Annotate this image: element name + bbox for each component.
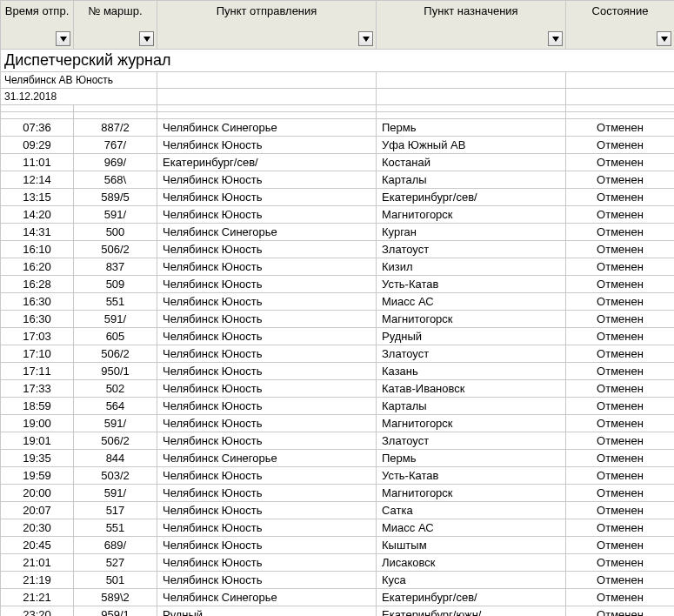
- filter-time-button[interactable]: [56, 31, 70, 46]
- table-row: 20:45689/Челябинск ЮностьКыштымОтменен: [1, 537, 675, 554]
- table-row: 16:10506/2Челябинск ЮностьЗлатоустОтмене…: [1, 241, 675, 258]
- table-row: 21:21589\2Челябинск СинегорьеЕкатеринбур…: [1, 589, 675, 606]
- table-row: 13:15589/5Челябинск ЮностьЕкатеринбург/с…: [1, 189, 675, 206]
- cell-destination: Карталы: [377, 171, 566, 189]
- cell-destination: Кизил: [377, 258, 566, 276]
- cell-route: 506/2: [74, 241, 157, 258]
- col-header-time[interactable]: Время отпр.: [1, 1, 74, 50]
- table-row: 14:20591/Челябинск ЮностьМагнитогорскОтм…: [1, 206, 675, 224]
- cell-status: Отменен: [566, 398, 675, 415]
- cell-destination: Златоуст: [377, 345, 566, 363]
- cell-time: 17:33: [1, 380, 74, 398]
- cell-departure: Челябинск Юность: [157, 328, 377, 345]
- cell-departure: Челябинск Юность: [157, 345, 377, 363]
- cell-destination: Катав-Ивановск: [377, 380, 566, 398]
- cell-departure: Челябинск Юность: [157, 398, 377, 415]
- dispatch-log-table: Диспетчерский журнал Челябинск АВ Юность…: [0, 0, 674, 616]
- table-row: 21:01527Челябинск ЮностьЛисаковскОтменен: [1, 554, 675, 572]
- cell-status: Отменен: [566, 258, 675, 276]
- cell-time: 17:03: [1, 328, 74, 345]
- filter-route-button[interactable]: [139, 31, 154, 46]
- col-header-destination[interactable]: Пункт назначения: [377, 1, 566, 50]
- table-row: 19:59503/2Челябинск ЮностьУсть-КатавОтме…: [1, 467, 675, 485]
- cell-route: 501: [74, 572, 157, 589]
- table-row: 20:07517Челябинск ЮностьСаткаОтменен: [1, 502, 675, 519]
- cell-status: Отменен: [566, 311, 675, 328]
- cell-time: 20:30: [1, 519, 74, 537]
- cell-departure: Челябинск Синегорье: [157, 450, 377, 467]
- cell-route: 591/: [74, 485, 157, 502]
- col-header-route[interactable]: № маршр.: [74, 1, 157, 50]
- cell-destination: Уфа Южный АВ: [377, 137, 566, 154]
- cell-route: 500: [74, 224, 157, 241]
- table-row: 16:30551Челябинск ЮностьМиасс АСОтменен: [1, 293, 675, 311]
- cell-departure: Челябинск Юность: [157, 380, 377, 398]
- cell-status: Отменен: [566, 224, 675, 241]
- cell-time: 09:29: [1, 137, 74, 154]
- table-row: 17:03605Челябинск ЮностьРудныйОтменен: [1, 328, 675, 345]
- cell-departure: Челябинск Юность: [157, 276, 377, 293]
- cell-departure: Челябинск Синегорье: [157, 119, 377, 137]
- col-header-status[interactable]: Состояние: [566, 1, 675, 50]
- cell-destination: Магнитогорск: [377, 485, 566, 502]
- cell-destination: Усть-Катав: [377, 467, 566, 485]
- table-row: 14:31500Челябинск СинегорьеКурганОтменен: [1, 224, 675, 241]
- cell-destination: Карталы: [377, 398, 566, 415]
- cell-destination: Златоуст: [377, 432, 566, 450]
- cell-destination: Пермь: [377, 119, 566, 137]
- table-row: 07:36887/2Челябинск СинегорьеПермьОтмене…: [1, 119, 675, 137]
- col-header-status-label: Состояние: [592, 4, 649, 17]
- cell-departure: Челябинск Юность: [157, 311, 377, 328]
- filter-departure-button[interactable]: [358, 31, 373, 46]
- cell-route: 506/2: [74, 432, 157, 450]
- cell-status: Отменен: [566, 345, 675, 363]
- cell-destination: Екатеринбург/сев/: [377, 189, 566, 206]
- table-row: 16:30591/Челябинск ЮностьМагнитогорскОтм…: [1, 311, 675, 328]
- cell-route: 605: [74, 328, 157, 345]
- cell-route: 551: [74, 293, 157, 311]
- cell-status: Отменен: [566, 537, 675, 554]
- cell-status: Отменен: [566, 450, 675, 467]
- cell-destination: Екатеринбург/сев/: [377, 589, 566, 606]
- cell-destination: Рудный: [377, 328, 566, 345]
- filter-status-button[interactable]: [657, 31, 671, 46]
- cell-departure: Челябинск Юность: [157, 485, 377, 502]
- cell-status: Отменен: [566, 415, 675, 432]
- cell-status: Отменен: [566, 171, 675, 189]
- cell-time: 16:30: [1, 311, 74, 328]
- cell-route: 502: [74, 380, 157, 398]
- cell-destination: Магнитогорск: [377, 311, 566, 328]
- cell-departure: Челябинск Юность: [157, 537, 377, 554]
- cell-status: Отменен: [566, 137, 675, 154]
- cell-status: Отменен: [566, 241, 675, 258]
- cell-departure: Екатеринбург/сев/: [157, 154, 377, 171]
- table-row: 17:10506/2Челябинск ЮностьЗлатоустОтмене…: [1, 345, 675, 363]
- table-row: 23:20959/1РудныйЕкатеринбург/южн/Отменен: [1, 606, 675, 617]
- cell-departure: Челябинск Юность: [157, 572, 377, 589]
- cell-time: 16:10: [1, 241, 74, 258]
- col-header-route-label: № маршр.: [88, 4, 142, 17]
- filter-destination-button[interactable]: [548, 31, 563, 46]
- station-label: Челябинск АВ Юность: [1, 72, 157, 89]
- cell-time: 17:11: [1, 363, 74, 380]
- cell-status: Отменен: [566, 154, 675, 171]
- cell-route: 689/: [74, 537, 157, 554]
- cell-status: Отменен: [566, 189, 675, 206]
- cell-route: 551: [74, 519, 157, 537]
- cell-time: 19:00: [1, 415, 74, 432]
- cell-departure: Челябинск Юность: [157, 432, 377, 450]
- cell-departure: Челябинск Юность: [157, 206, 377, 224]
- cell-time: 19:59: [1, 467, 74, 485]
- cell-departure: Челябинск Юность: [157, 189, 377, 206]
- cell-status: Отменен: [566, 589, 675, 606]
- cell-destination: Казань: [377, 363, 566, 380]
- cell-destination: Пермь: [377, 450, 566, 467]
- cell-destination: Миасс АС: [377, 519, 566, 537]
- cell-departure: Челябинск Юность: [157, 293, 377, 311]
- cell-time: 18:59: [1, 398, 74, 415]
- cell-route: 506/2: [74, 345, 157, 363]
- table-row: 21:19501Челябинск ЮностьКусаОтменен: [1, 572, 675, 589]
- cell-status: Отменен: [566, 467, 675, 485]
- col-header-departure[interactable]: Пункт отправления: [157, 1, 377, 50]
- cell-time: 20:07: [1, 502, 74, 519]
